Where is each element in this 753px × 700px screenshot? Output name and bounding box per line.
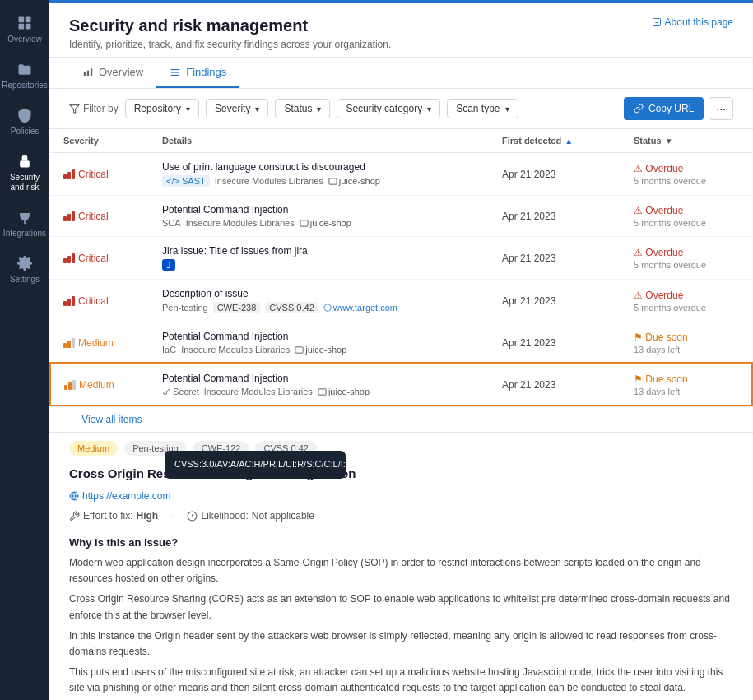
sidebar-repositories-label: Repositories	[2, 81, 48, 90]
col-status[interactable]: Status ▼	[621, 129, 752, 153]
cvss-tooltip: CVSS:3.0/AV:A/AC:H/PR:L/UI:R/S:C/C:L/I:L…	[165, 451, 346, 479]
filter-security-category[interactable]: Security category	[337, 99, 440, 118]
svg-rect-18	[300, 220, 308, 225]
svg-rect-24	[318, 388, 326, 394]
why-paragraph: In this instance the Origin header sent …	[69, 628, 733, 660]
chevron-down-icon	[184, 103, 190, 114]
why-paragraph: Modern web application design incorporat…	[69, 555, 733, 586]
why-section-title: Why is this an issue?	[69, 536, 733, 549]
detail-panel: ← View all items Medium Pen-testing CWE-…	[49, 406, 753, 700]
info-icon	[187, 511, 198, 522]
tab-overview[interactable]: Overview	[69, 58, 156, 88]
why-paragraph: Cross Origin Resource Sharing (CORS) act…	[69, 591, 733, 623]
link-icon	[634, 104, 644, 114]
svg-rect-2	[19, 24, 25, 30]
sort-icon: ▼	[665, 137, 673, 146]
sidebar-overview-label: Overview	[7, 35, 42, 44]
about-link[interactable]: About this page	[652, 16, 733, 28]
table-row[interactable]: Critical Description of issuePen-testing…	[50, 280, 752, 322]
sidebar-item-settings[interactable]: Settings	[0, 247, 49, 293]
chevron-down-icon	[253, 103, 259, 114]
svg-rect-17	[329, 178, 337, 183]
col-details: Details	[149, 129, 489, 153]
filter-scan-type[interactable]: Scan type	[447, 99, 518, 118]
table-row[interactable]: Medium Potential Command InjectionIaCIns…	[50, 322, 752, 364]
table-row[interactable]: Medium Potential Command InjectionSecret…	[50, 364, 752, 406]
copy-url-button[interactable]: Copy URL	[624, 97, 704, 120]
table-row[interactable]: Critical Potential Command InjectionSCAI…	[50, 196, 752, 237]
date-cell: Apr 21 2023	[489, 364, 621, 406]
view-all-link[interactable]: ← View all items	[49, 407, 753, 433]
effort-fix-item: Effort to fix: High	[69, 510, 158, 522]
table-row[interactable]: Critical Jira issue: Title of issues fro…	[50, 237, 752, 280]
why-paragraphs: Modern web application design incorporat…	[69, 555, 733, 697]
svg-rect-3	[26, 24, 31, 30]
page-title: Security and risk management	[69, 16, 391, 35]
likelihood-item: Likelihood: Not applicable	[187, 510, 314, 522]
globe-icon	[69, 491, 79, 501]
filter-severity[interactable]: Severity	[206, 99, 268, 118]
detail-body: Why is this an issue? Modern web applica…	[49, 526, 753, 700]
date-cell: Apr 21 2023	[489, 280, 621, 322]
svg-rect-4	[20, 160, 30, 167]
table-row[interactable]: Critical Use of print language construct…	[50, 153, 752, 196]
lock-icon	[16, 153, 33, 169]
date-cell: Apr 21 2023	[489, 196, 621, 237]
sidebar-integrations-label: Integrations	[3, 229, 46, 239]
svg-rect-20	[295, 346, 303, 352]
detail-meta: Effort to fix: High · Likelihood: Not ap…	[49, 505, 753, 526]
col-severity: Severity	[50, 129, 149, 153]
shield-icon	[16, 107, 33, 123]
gear-icon	[16, 255, 33, 271]
svg-rect-0	[19, 17, 25, 23]
filter-repository[interactable]: Repository	[125, 99, 199, 118]
chevron-down-icon	[504, 103, 509, 114]
sidebar-security-label: Securityand risk	[10, 173, 40, 192]
filter-status[interactable]: Status	[275, 99, 330, 118]
filter-by-label: Filter by	[69, 103, 119, 114]
date-cell: Apr 21 2023	[489, 153, 621, 196]
svg-point-21	[164, 392, 167, 395]
svg-rect-1	[26, 17, 31, 23]
why-paragraph: This puts end users of the misconfigured…	[69, 665, 733, 696]
list-icon	[170, 67, 181, 78]
content-area: Severity Details First detected ▲ Status	[49, 129, 753, 700]
svg-rect-10	[84, 72, 86, 76]
filters-bar: Filter by Repository Severity Status Sec…	[49, 89, 753, 129]
svg-line-23	[169, 389, 170, 391]
date-cell: Apr 21 2023	[489, 322, 621, 364]
filter-icon	[69, 104, 80, 114]
sidebar-policies-label: Policies	[11, 127, 39, 137]
detail-tags-row: Medium Pen-testing CWE-122 CVSS 0.42 CVS…	[49, 433, 753, 461]
wrench-icon	[69, 511, 80, 522]
svg-rect-12	[91, 68, 92, 76]
plug-icon	[16, 209, 33, 225]
page-header: Security and risk management Identify, p…	[49, 3, 753, 58]
main-content: Security and risk management Identify, p…	[49, 0, 753, 700]
bar-chart-icon	[82, 67, 94, 78]
chevron-down-icon	[315, 103, 321, 114]
sidebar-item-policies[interactable]: Policies	[0, 99, 49, 145]
sidebar-item-repositories[interactable]: Repositories	[0, 53, 49, 99]
tab-findings[interactable]: Findings	[156, 58, 239, 88]
book-icon	[652, 17, 662, 27]
sidebar-settings-label: Settings	[10, 275, 40, 285]
tabs-bar: Overview Findings	[49, 58, 753, 89]
svg-marker-16	[70, 104, 79, 113]
detail-url[interactable]: https://example.com	[49, 487, 753, 505]
more-options-button[interactable]: ···	[709, 97, 733, 120]
date-cell: Apr 21 2023	[489, 237, 621, 280]
findings-table: Severity Details First detected ▲ Status	[49, 129, 753, 406]
svg-point-19	[324, 304, 331, 311]
sidebar-item-security[interactable]: Securityand risk	[0, 145, 49, 201]
folder-icon	[16, 61, 33, 77]
filter-actions: Copy URL ···	[624, 97, 733, 120]
sidebar-item-overview[interactable]: Overview	[0, 7, 49, 53]
sidebar-item-integrations[interactable]: Integrations	[0, 201, 49, 247]
sort-asc-icon: ▲	[565, 137, 573, 146]
severity-medium-tag: Medium	[69, 441, 118, 456]
page-subtitle: Identify, prioritize, track, and fix sec…	[69, 39, 391, 50]
col-first-detected[interactable]: First detected ▲	[489, 129, 621, 153]
svg-rect-11	[87, 70, 89, 76]
chevron-down-icon	[425, 103, 431, 114]
